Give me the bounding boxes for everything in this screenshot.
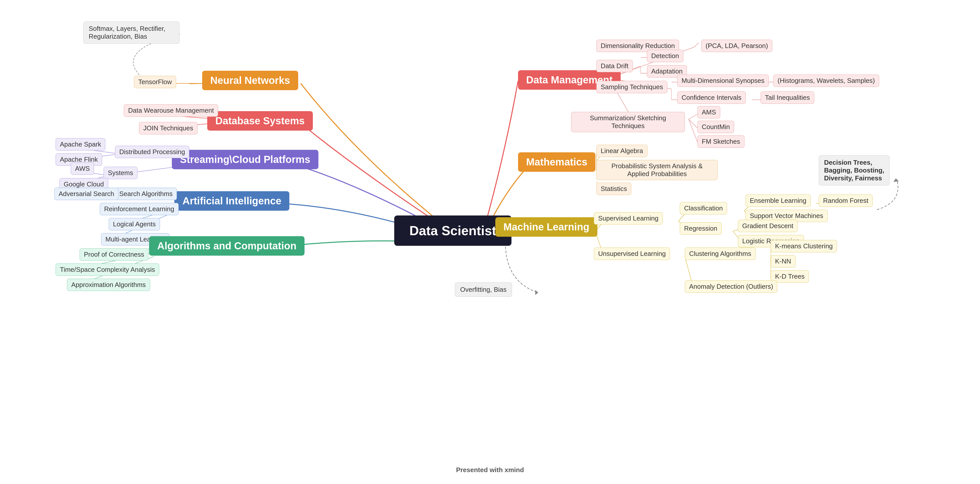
overfitting-note: Overfitting, Bias <box>455 282 512 297</box>
random-forest-node[interactable]: Random Forest <box>819 195 873 207</box>
distributed-processing-node[interactable]: Distributed Processing <box>115 146 189 158</box>
ai-node[interactable]: Artificial Intelligence <box>174 191 290 211</box>
knn-node[interactable]: K-NN <box>771 255 795 268</box>
search-algorithms-node[interactable]: Search Algorithms <box>115 188 177 200</box>
adversarial-search-node[interactable]: Adversarial Search <box>54 188 119 200</box>
histograms-note-node: (Histograms, Wavelets, Samples) <box>773 75 879 87</box>
time-space-node[interactable]: Time/Space Complexity Analysis <box>56 263 159 276</box>
svg-marker-48 <box>893 178 899 182</box>
detection-node[interactable]: Detection <box>647 50 683 62</box>
proof-correctness-node[interactable]: Proof of Correctness <box>80 248 148 261</box>
logical-agents-node[interactable]: Logical Agents <box>109 218 160 230</box>
aws-node[interactable]: AWS <box>71 162 94 175</box>
machine-learning-node[interactable]: Machine Learning <box>495 217 597 237</box>
multi-dim-node[interactable]: Multi-Dimensional Synopses <box>677 75 769 87</box>
kmeans-node[interactable]: K-means Clustering <box>771 240 837 252</box>
footer-brand: xmind <box>505 466 524 474</box>
data-warehouse-node[interactable]: Data Wearouse Management <box>124 104 218 117</box>
database-systems-node[interactable]: Database Systems <box>207 111 313 130</box>
softmax-note: Softmax, Layers, Rectifier, Regularizati… <box>83 21 180 44</box>
svg-line-22 <box>689 119 697 128</box>
footer-presented-text: Presented with <box>456 466 505 474</box>
supervised-learning-node[interactable]: Supervised Learning <box>594 212 663 225</box>
footer: Presented with xmind <box>456 466 524 474</box>
systems-node[interactable]: Systems <box>103 167 137 179</box>
unsupervised-learning-node[interactable]: Unsupervised Learning <box>594 248 670 260</box>
neural-networks-node[interactable]: Neural Networks <box>202 71 298 90</box>
apache-spark-node[interactable]: Apache Spark <box>56 138 105 151</box>
svg-line-21 <box>689 114 697 119</box>
tail-inequalities-node[interactable]: Tail Inequalities <box>760 92 814 104</box>
classification-node[interactable]: Classification <box>680 202 727 214</box>
summarization-node[interactable]: Summarization/ Sketching Techniques <box>571 112 685 132</box>
ensemble-learning-node[interactable]: Ensemble Learning <box>746 195 811 207</box>
sampling-techniques-node[interactable]: Sampling Techniques <box>597 81 667 93</box>
gradient-descent-node[interactable]: Gradient Descent <box>738 220 797 232</box>
svg-marker-47 <box>535 290 538 295</box>
mathematics-node[interactable]: Mathematics <box>518 152 595 172</box>
streaming-cloud-node[interactable]: Streaming\Cloud Platforms <box>172 150 318 169</box>
clustering-algorithms-node[interactable]: Clustering Algorithms <box>685 248 756 260</box>
ams-node[interactable]: AMS <box>697 106 720 119</box>
linear-algebra-node[interactable]: Linear Algebra <box>597 145 648 157</box>
probabilistic-node[interactable]: Probabilistic System Analysis & Applied … <box>597 160 718 180</box>
algorithms-computation-node[interactable]: Algorithms and Computation <box>149 236 304 255</box>
statistics-node[interactable]: Statistics <box>597 182 631 195</box>
reinforcement-learning-node[interactable]: Reinforcement Learning <box>100 203 179 215</box>
svg-line-8 <box>694 43 699 47</box>
tensorflow-node[interactable]: TensorFlow <box>134 76 176 88</box>
regression-node[interactable]: Regression <box>680 222 722 235</box>
join-techniques-node[interactable]: JOIN Techniques <box>139 122 197 134</box>
svg-line-23 <box>689 119 697 142</box>
anomaly-detection-node[interactable]: Anomaly Detection (Outliers) <box>685 280 777 293</box>
data-drift-node[interactable]: Data Drift <box>597 60 633 72</box>
center-node: Data Scientist <box>394 216 511 246</box>
confidence-intervals-node[interactable]: Confidence Intervals <box>677 92 746 104</box>
countmin-node[interactable]: CountMin <box>697 121 734 133</box>
fm-sketches-node[interactable]: FM Sketches <box>697 135 745 148</box>
pca-note-node: (PCA, LDA, Pearson) <box>701 40 772 52</box>
approximation-node[interactable]: Approximation Algorithms <box>67 279 150 291</box>
decision-trees-note: Decision Trees, Bagging, Boosting, Diver… <box>819 156 889 186</box>
